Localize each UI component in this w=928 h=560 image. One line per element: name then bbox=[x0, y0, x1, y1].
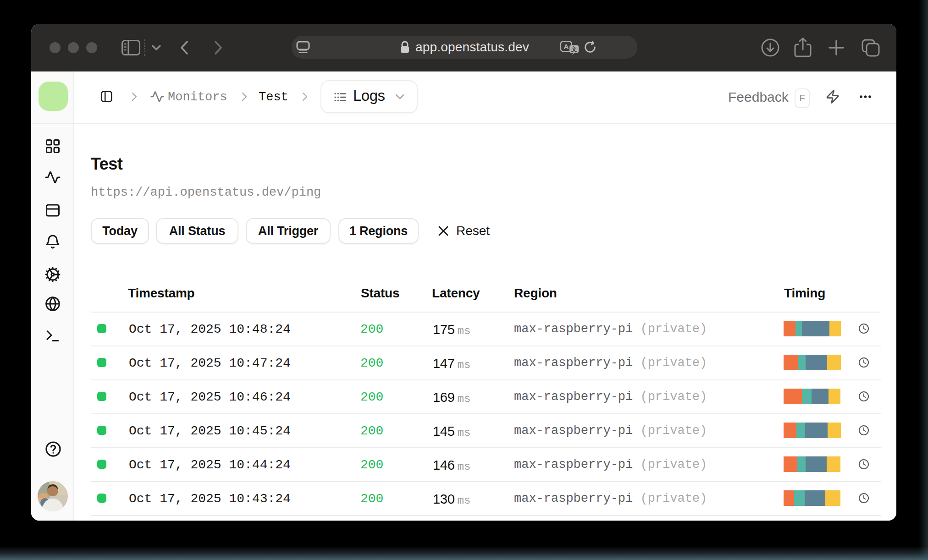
svg-text:文: 文 bbox=[571, 46, 577, 53]
svg-text:A: A bbox=[563, 43, 569, 50]
